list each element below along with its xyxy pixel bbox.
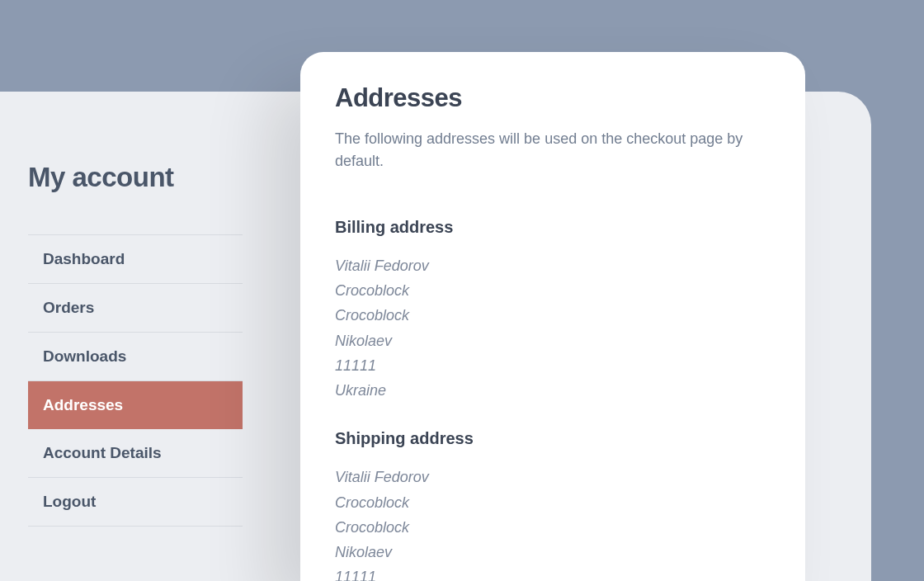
- billing-address-line: Vitalii Fedorov: [335, 253, 771, 278]
- billing-address-line: Nikolaev: [335, 328, 771, 353]
- shipping-address-line: Vitalii Fedorov: [335, 465, 771, 489]
- billing-address-section: Billing address Vitalii Fedorov Crocoblo…: [335, 218, 771, 403]
- billing-address-line: Ukraine: [335, 378, 771, 403]
- shipping-address-line: Nikolaev: [335, 540, 771, 564]
- sidebar-item-logout[interactable]: Logout: [28, 478, 243, 527]
- billing-address-line: 11111: [335, 353, 771, 378]
- shipping-address-heading: Shipping address: [335, 429, 771, 448]
- sidebar-title: My account: [28, 162, 243, 193]
- sidebar-item-downloads[interactable]: Downloads: [28, 333, 243, 381]
- content-title: Addresses: [335, 83, 771, 113]
- shipping-address-line: Crocoblock: [335, 490, 771, 515]
- billing-address-line: Crocoblock: [335, 278, 771, 303]
- content-card: Addresses The following addresses will b…: [300, 52, 805, 581]
- content-description: The following addresses will be used on …: [335, 128, 771, 172]
- sidebar: My account Dashboard Orders Downloads Ad…: [28, 162, 243, 527]
- sidebar-item-orders[interactable]: Orders: [28, 284, 243, 333]
- billing-address-lines: Vitalii Fedorov Crocoblock Crocoblock Ni…: [335, 253, 771, 403]
- sidebar-item-addresses[interactable]: Addresses: [28, 381, 243, 429]
- shipping-address-section: Shipping address Vitalii Fedorov Crocobl…: [335, 429, 771, 581]
- billing-address-line: Crocoblock: [335, 303, 771, 328]
- sidebar-item-account-details[interactable]: Account Details: [28, 429, 243, 478]
- sidebar-nav: Dashboard Orders Downloads Addresses Acc…: [28, 235, 243, 527]
- billing-address-heading: Billing address: [335, 218, 771, 237]
- sidebar-item-dashboard[interactable]: Dashboard: [28, 235, 243, 284]
- shipping-address-line: 11111: [335, 564, 771, 581]
- shipping-address-line: Crocoblock: [335, 515, 771, 540]
- shipping-address-lines: Vitalii Fedorov Crocoblock Crocoblock Ni…: [335, 465, 771, 581]
